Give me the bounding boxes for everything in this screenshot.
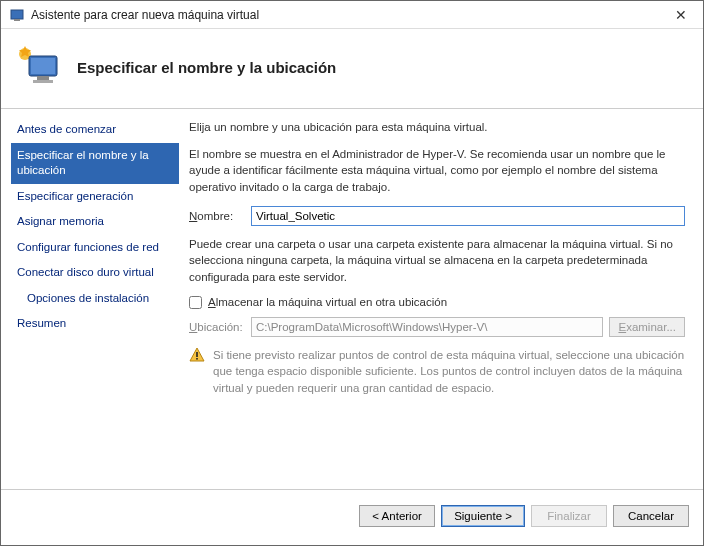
warning-row: Si tiene previsto realizar puntos de con…	[189, 347, 685, 397]
app-icon	[9, 7, 25, 23]
nav-memory[interactable]: Asignar memoria	[11, 209, 179, 235]
nav-name-location[interactable]: Especificar el nombre y la ubicación	[11, 143, 179, 184]
header: Especificar el nombre y la ubicación	[1, 29, 703, 109]
warning-text: Si tiene previsto realizar puntos de con…	[213, 347, 685, 397]
next-button[interactable]: Siguiente >	[441, 505, 525, 527]
close-button[interactable]: ✕	[667, 7, 695, 23]
name-input[interactable]	[251, 206, 685, 226]
sidebar: Antes de comenzar Especificar el nombre …	[1, 109, 179, 489]
footer: < Anterior Siguiente > Finalizar Cancela…	[1, 489, 703, 541]
main-panel: Elija un nombre y una ubicación para est…	[179, 109, 703, 489]
location-row: Ubicación: Examinar...	[189, 317, 685, 337]
nav-summary[interactable]: Resumen	[11, 311, 179, 337]
store-other-checkbox[interactable]	[189, 296, 202, 309]
prev-button[interactable]: < Anterior	[359, 505, 435, 527]
cancel-button[interactable]: Cancelar	[613, 505, 689, 527]
titlebar: Asistente para crear nueva máquina virtu…	[1, 1, 703, 29]
header-icon	[15, 44, 63, 92]
nav-install-options[interactable]: Opciones de instalación	[11, 286, 179, 312]
location-input	[251, 317, 603, 337]
svg-rect-6	[33, 80, 53, 83]
intro-text: Elija un nombre y una ubicación para est…	[189, 119, 685, 136]
location-label: Ubicación:	[189, 321, 251, 333]
svg-rect-5	[37, 76, 49, 80]
folder-desc: Puede crear una carpeta o usar una carpe…	[189, 236, 685, 286]
finish-button: Finalizar	[531, 505, 607, 527]
window-title: Asistente para crear nueva máquina virtu…	[31, 8, 667, 22]
warning-icon	[189, 347, 205, 363]
name-label: Nombre:	[189, 210, 251, 222]
nav-before-begin[interactable]: Antes de comenzar	[11, 117, 179, 143]
browse-button: Examinar...	[609, 317, 685, 337]
body: Antes de comenzar Especificar el nombre …	[1, 109, 703, 489]
nav-generation[interactable]: Especificar generación	[11, 184, 179, 210]
svg-rect-1	[14, 19, 20, 21]
page-title: Especificar el nombre y la ubicación	[77, 59, 336, 76]
wizard-window: Asistente para crear nueva máquina virtu…	[0, 0, 704, 546]
svg-rect-8	[196, 358, 198, 360]
store-other-label: Almacenar la máquina virtual en otra ubi…	[208, 296, 447, 308]
store-other-row: Almacenar la máquina virtual en otra ubi…	[189, 296, 685, 309]
desc-text: El nombre se muestra en el Administrador…	[189, 146, 685, 196]
name-row: Nombre:	[189, 206, 685, 226]
svg-rect-4	[31, 58, 55, 74]
nav-hard-disk[interactable]: Conectar disco duro virtual	[11, 260, 179, 286]
nav-network[interactable]: Configurar funciones de red	[11, 235, 179, 261]
svg-rect-7	[196, 352, 198, 357]
svg-rect-0	[11, 10, 23, 19]
